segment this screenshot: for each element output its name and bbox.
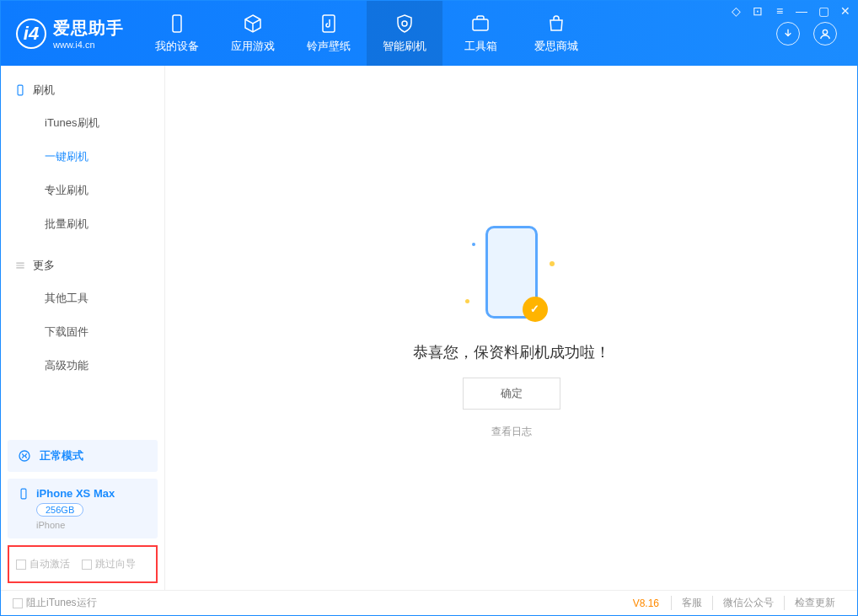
skip-guide-checkbox[interactable]: 跳过向导	[82, 557, 136, 571]
sidebar-section-flash: 刷机	[1, 74, 164, 106]
sidebar-item-download-firmware[interactable]: 下载固件	[1, 315, 164, 349]
tab-label: 应用游戏	[231, 39, 275, 54]
skin-icon[interactable]: ◇	[729, 4, 743, 18]
menu-icon[interactable]: ≡	[773, 4, 786, 18]
ok-button[interactable]: 确定	[463, 378, 560, 410]
cube-icon	[243, 13, 263, 34]
feedback-icon[interactable]: ⊡	[751, 4, 764, 18]
device-name: iPhone XS Max	[36, 487, 115, 500]
close-icon[interactable]: ✕	[839, 4, 852, 18]
shield-refresh-icon	[394, 13, 415, 34]
block-itunes-checkbox[interactable]: 阻止iTunes运行	[13, 596, 97, 610]
phone-icon	[167, 13, 187, 34]
device-mode-card[interactable]: 正常模式	[8, 440, 158, 472]
phone-small-icon	[18, 488, 29, 500]
footer-link-wechat[interactable]: 微信公众号	[712, 596, 784, 610]
tab-label: 铃声壁纸	[307, 39, 351, 54]
sidebar-item-pro-flash[interactable]: 专业刷机	[1, 174, 164, 207]
checkbox-label: 跳过向导	[95, 557, 136, 571]
tab-apps[interactable]: 应用游戏	[215, 1, 291, 66]
device-storage: 256GB	[36, 503, 83, 517]
svg-rect-6	[21, 489, 26, 499]
main-area: 刷机 iTunes刷机 一键刷机 专业刷机 批量刷机 更多 其他工具 下载固件 …	[1, 66, 857, 590]
music-file-icon	[319, 13, 339, 34]
app-name-en: www.i4.cn	[53, 40, 124, 50]
check-badge-icon: ✓	[523, 297, 548, 322]
tab-label: 智能刷机	[383, 39, 426, 54]
footer-link-support[interactable]: 客服	[671, 596, 712, 610]
maximize-icon[interactable]: ▢	[817, 4, 830, 18]
device-type: iPhone	[36, 520, 65, 530]
auto-activate-checkbox[interactable]: 自动激活	[16, 557, 70, 571]
status-bar: 阻止iTunes运行 V8.16 客服 微信公众号 检查更新	[1, 590, 857, 615]
tab-store[interactable]: 爱思商城	[518, 1, 594, 66]
app-header: i4 爱思助手 www.i4.cn 我的设备 应用游戏 铃声壁纸 智能刷机 工具…	[1, 1, 857, 66]
bag-icon	[546, 13, 566, 34]
user-button[interactable]	[813, 22, 837, 46]
logo-icon: i4	[16, 19, 46, 49]
sidebar-section-title: 刷机	[33, 83, 55, 98]
briefcase-icon	[470, 13, 491, 34]
refresh-icon	[18, 449, 31, 463]
menu-lines-icon	[14, 260, 26, 271]
phone-small-icon	[14, 84, 26, 96]
success-illustration: ✓	[457, 217, 566, 327]
svg-rect-0	[173, 15, 181, 32]
tab-toolbox[interactable]: 工具箱	[442, 1, 518, 66]
tab-label: 爱思商城	[534, 39, 578, 54]
sidebar-item-batch-flash[interactable]: 批量刷机	[1, 207, 164, 241]
tab-label: 我的设备	[155, 39, 199, 54]
tab-label: 工具箱	[464, 39, 497, 54]
checkbox-label: 阻止iTunes运行	[26, 596, 97, 610]
sidebar-section-title: 更多	[33, 258, 55, 273]
sidebar-item-other-tools[interactable]: 其他工具	[1, 281, 164, 315]
flash-options-highlight: 自动激活 跳过向导	[8, 545, 158, 583]
mode-label: 正常模式	[40, 448, 83, 463]
download-button[interactable]	[776, 22, 800, 46]
tab-ringtones[interactable]: 铃声壁纸	[291, 1, 367, 66]
svg-rect-4	[18, 85, 23, 95]
svg-rect-2	[473, 19, 488, 30]
device-card[interactable]: iPhone XS Max 256GB iPhone	[8, 479, 158, 538]
checkbox-label: 自动激活	[29, 557, 70, 571]
view-log-link[interactable]: 查看日志	[491, 425, 532, 439]
tab-my-device[interactable]: 我的设备	[139, 1, 215, 66]
sidebar-item-itunes-flash[interactable]: iTunes刷机	[1, 106, 164, 140]
sidebar-section-more: 更多	[1, 249, 164, 281]
tab-flash[interactable]: 智能刷机	[367, 1, 442, 66]
svg-point-3	[823, 29, 827, 34]
success-message: 恭喜您，保资料刷机成功啦！	[413, 342, 610, 362]
sidebar-item-advanced[interactable]: 高级功能	[1, 349, 164, 383]
app-name-cn: 爱思助手	[53, 17, 124, 40]
app-logo: i4 爱思助手 www.i4.cn	[1, 1, 139, 66]
footer-link-update[interactable]: 检查更新	[784, 596, 845, 610]
window-controls: ◇ ⊡ ≡ ― ▢ ✕	[729, 4, 852, 18]
sidebar: 刷机 iTunes刷机 一键刷机 专业刷机 批量刷机 更多 其他工具 下载固件 …	[1, 66, 165, 590]
version-label: V8.16	[633, 597, 659, 609]
content-pane: ✓ 恭喜您，保资料刷机成功啦！ 确定 查看日志	[165, 66, 857, 590]
main-tabs: 我的设备 应用游戏 铃声壁纸 智能刷机 工具箱 爱思商城	[139, 1, 594, 66]
svg-rect-1	[323, 15, 335, 32]
sidebar-item-oneclick-flash[interactable]: 一键刷机	[1, 140, 164, 174]
minimize-icon[interactable]: ―	[795, 4, 808, 18]
